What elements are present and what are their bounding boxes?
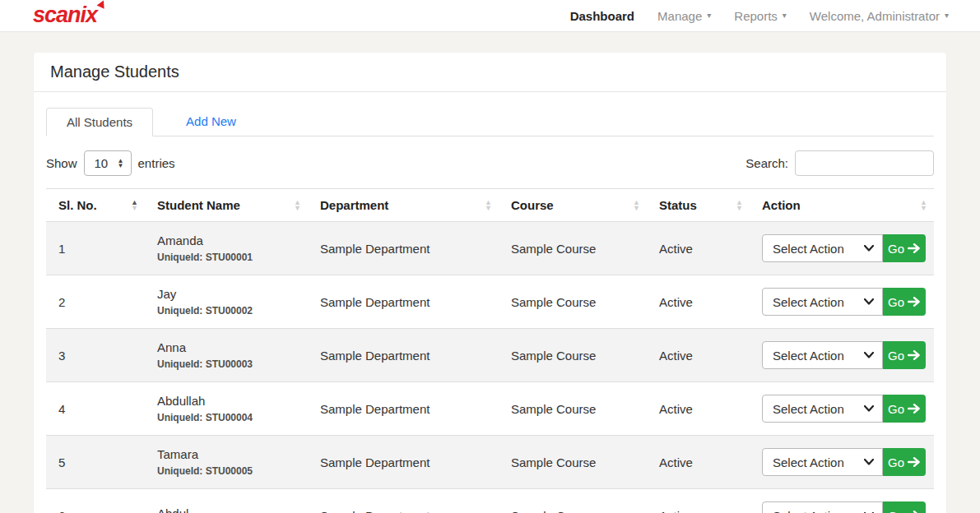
sort-icon: ▲▼ [294, 200, 301, 211]
action-group: Select Action Go [762, 341, 926, 369]
entries-label: entries [138, 156, 175, 170]
row-course: Sample Course [511, 349, 596, 363]
row-unique-id: UniqueId: STU00001 [157, 252, 300, 263]
cell-department: Sample Department [308, 275, 499, 329]
action-select-label: Select Action [773, 509, 844, 513]
action-select[interactable]: Select Action [762, 448, 883, 476]
row-sl: 1 [58, 242, 65, 256]
action-select[interactable]: Select Action [762, 395, 883, 423]
cell-department: Sample Department [308, 382, 499, 436]
column-header-sl-no[interactable]: Sl. No. ▲▼ [46, 189, 145, 222]
nav-item-manage-label: Manage [657, 9, 702, 23]
cell-course: Sample Course [499, 436, 647, 489]
nav-item-user-menu[interactable]: Welcome, Administrator ▾ [810, 9, 949, 23]
row-sl: 6 [58, 509, 65, 513]
row-name: Amanda [157, 233, 300, 247]
column-header-student-name-label: Student Name [157, 198, 240, 212]
go-button[interactable]: Go [883, 234, 926, 262]
cell-status: Active [647, 275, 750, 329]
action-select[interactable]: Select Action [762, 341, 883, 369]
column-header-student-name[interactable]: Student Name ▲▼ [145, 189, 308, 222]
row-status: Active [659, 349, 693, 363]
go-button[interactable]: Go [883, 448, 926, 476]
cell-student-name: Jay UniqueId: STU00002 [145, 275, 308, 329]
cell-sl-no: 3 [46, 329, 145, 382]
action-select-label: Select Action [773, 242, 844, 256]
tab-all-students[interactable]: All Students [46, 108, 153, 136]
cell-department: Sample Department [308, 436, 499, 489]
go-label: Go [888, 349, 904, 363]
table-header-row: Sl. No. ▲▼ Student Name ▲▼ Department ▲▼… [46, 189, 934, 222]
action-select[interactable]: Select Action [762, 234, 883, 262]
arrow-right-icon [908, 297, 921, 307]
nav-menu: Dashboard Manage ▾ Reports ▾ Welcome, Ad… [570, 9, 949, 23]
cell-action: Select Action Go [750, 222, 934, 275]
row-course: Sample Course [511, 402, 596, 416]
column-header-course[interactable]: Course ▲▼ [499, 189, 647, 222]
table-row: 3 Anna UniqueId: STU00003 Sample Departm… [46, 329, 934, 382]
search-input[interactable] [795, 150, 934, 176]
column-header-department[interactable]: Department ▲▼ [308, 189, 499, 222]
go-button[interactable]: Go [883, 341, 926, 369]
scanix-logo[interactable]: scanix [33, 2, 97, 27]
students-table: Sl. No. ▲▼ Student Name ▲▼ Department ▲▼… [46, 188, 934, 513]
cell-status: Active [647, 222, 750, 275]
nav-item-manage[interactable]: Manage ▾ [657, 9, 711, 23]
arrow-right-icon [908, 350, 921, 360]
row-department: Sample Department [320, 349, 430, 363]
cell-course: Sample Course [499, 275, 647, 329]
go-button[interactable]: Go [883, 288, 926, 316]
cell-student-name: Abdullah UniqueId: STU00004 [145, 382, 308, 436]
cell-sl-no: 6 [46, 489, 145, 513]
card-header: Manage Students [34, 53, 946, 92]
action-group: Select Action Go [762, 234, 926, 262]
chevron-down-icon [864, 405, 874, 412]
column-header-course-label: Course [511, 198, 554, 212]
action-select[interactable]: Select Action [762, 501, 883, 513]
row-status: Active [659, 509, 693, 513]
column-header-action[interactable]: Action ▲▼ [750, 189, 934, 222]
row-course: Sample Course [511, 509, 596, 513]
column-header-status[interactable]: Status ▲▼ [647, 189, 750, 222]
cell-sl-no: 2 [46, 275, 145, 329]
column-header-department-label: Department [320, 198, 388, 212]
nav-item-reports[interactable]: Reports ▾ [734, 9, 787, 23]
action-group: Select Action Go [762, 501, 926, 513]
cell-student-name: Anna UniqueId: STU00003 [145, 329, 308, 382]
arrow-right-icon [908, 243, 921, 253]
row-name: Abdullah [157, 394, 300, 408]
search-group: Search: [745, 150, 934, 176]
cell-action: Select Action Go [750, 329, 934, 382]
arrow-right-icon [908, 404, 921, 414]
cell-student-name: Abdul [145, 489, 308, 513]
row-sl: 2 [58, 295, 65, 309]
row-name: Abdul [157, 506, 300, 513]
table-row: 4 Abdullah UniqueId: STU00004 Sample Dep… [46, 382, 934, 436]
row-course: Sample Course [511, 242, 596, 256]
go-button[interactable]: Go [883, 395, 926, 423]
chevron-down-icon [864, 245, 874, 252]
row-name: Tamara [157, 447, 300, 461]
row-sl: 3 [58, 349, 65, 363]
students-table-body: 1 Amanda UniqueId: STU00001 Sample Depar… [46, 222, 934, 513]
row-status: Active [659, 455, 693, 469]
sort-icon: ▲▼ [736, 200, 743, 211]
chevron-down-icon [864, 298, 874, 305]
row-course: Sample Course [511, 455, 596, 469]
cell-student-name: Tamara UniqueId: STU00005 [145, 436, 308, 489]
action-group: Select Action Go [762, 395, 926, 423]
manage-students-card: Manage Students All Students Add New Sho… [34, 53, 946, 513]
chevron-down-icon [864, 459, 874, 465]
column-header-status-label: Status [659, 198, 697, 212]
nav-item-reports-label: Reports [734, 9, 778, 23]
cell-status: Active [647, 489, 750, 513]
row-department: Sample Department [320, 242, 430, 256]
cell-action: Select Action Go [750, 489, 934, 513]
go-button[interactable]: Go [883, 501, 926, 513]
cell-department: Sample Department [308, 489, 499, 513]
tab-add-new[interactable]: Add New [166, 108, 256, 136]
action-select[interactable]: Select Action [762, 288, 883, 316]
cell-status: Active [647, 382, 750, 436]
entries-count-select[interactable]: 10 ▲▼ [84, 150, 132, 176]
nav-item-dashboard[interactable]: Dashboard [570, 9, 634, 23]
